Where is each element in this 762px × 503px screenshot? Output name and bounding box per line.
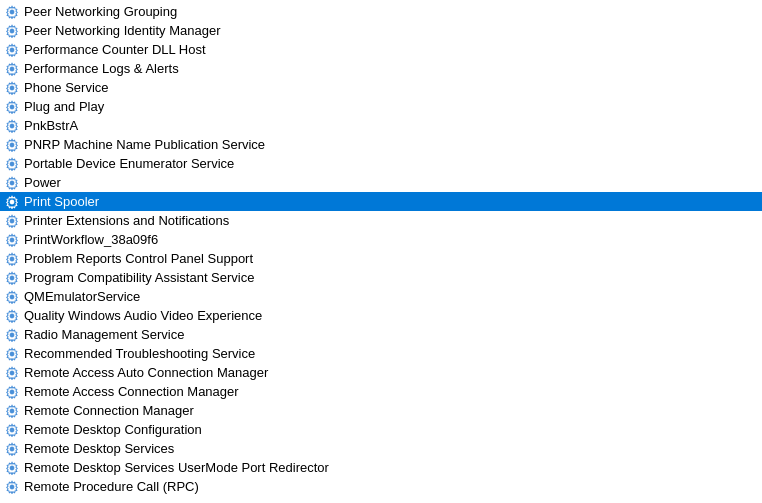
service-icon xyxy=(4,23,20,39)
list-item[interactable]: Plug and Play xyxy=(0,97,762,116)
list-item[interactable]: Performance Logs & Alerts xyxy=(0,59,762,78)
list-item[interactable]: Phone Service xyxy=(0,78,762,97)
svg-point-25 xyxy=(10,484,14,488)
service-label: Print Spooler xyxy=(24,194,99,209)
list-item[interactable]: Performance Counter DLL Host xyxy=(0,40,762,59)
list-item[interactable]: Quality Windows Audio Video Experience xyxy=(0,306,762,325)
svg-point-4 xyxy=(10,85,14,89)
svg-point-22 xyxy=(10,427,14,431)
svg-point-10 xyxy=(10,199,14,203)
service-icon xyxy=(4,137,20,153)
service-label: Remote Procedure Call (RPC) xyxy=(24,479,199,494)
service-label: Performance Logs & Alerts xyxy=(24,61,179,76)
service-icon xyxy=(4,194,20,210)
service-label: Printer Extensions and Notifications xyxy=(24,213,229,228)
services-list: Peer Networking Grouping Peer Networking… xyxy=(0,0,762,498)
list-item[interactable]: Remote Access Connection Manager xyxy=(0,382,762,401)
service-icon xyxy=(4,213,20,229)
service-label: Remote Access Connection Manager xyxy=(24,384,239,399)
list-item[interactable]: Problem Reports Control Panel Support xyxy=(0,249,762,268)
list-item[interactable]: Peer Networking Identity Manager xyxy=(0,21,762,40)
svg-point-21 xyxy=(10,408,14,412)
list-item[interactable]: PrintWorkflow_38a09f6 xyxy=(0,230,762,249)
service-icon xyxy=(4,42,20,58)
service-icon xyxy=(4,232,20,248)
list-item[interactable]: Printer Extensions and Notifications xyxy=(0,211,762,230)
service-label: Remote Access Auto Connection Manager xyxy=(24,365,268,380)
service-icon xyxy=(4,327,20,343)
svg-point-24 xyxy=(10,465,14,469)
service-icon xyxy=(4,384,20,400)
service-icon xyxy=(4,61,20,77)
service-icon xyxy=(4,156,20,172)
service-icon xyxy=(4,308,20,324)
svg-point-3 xyxy=(10,66,14,70)
service-icon xyxy=(4,99,20,115)
svg-point-14 xyxy=(10,275,14,279)
list-item[interactable]: Power xyxy=(0,173,762,192)
service-icon xyxy=(4,175,20,191)
service-label: Program Compatibility Assistant Service xyxy=(24,270,254,285)
svg-point-11 xyxy=(10,218,14,222)
svg-point-12 xyxy=(10,237,14,241)
service-icon xyxy=(4,118,20,134)
service-icon xyxy=(4,479,20,495)
service-label: Remote Desktop Services xyxy=(24,441,174,456)
svg-point-8 xyxy=(10,161,14,165)
list-item[interactable]: Program Compatibility Assistant Service xyxy=(0,268,762,287)
list-item[interactable]: PnkBstrA xyxy=(0,116,762,135)
service-label: Quality Windows Audio Video Experience xyxy=(24,308,262,323)
svg-point-7 xyxy=(10,142,14,146)
svg-point-5 xyxy=(10,104,14,108)
svg-point-1 xyxy=(10,28,14,32)
service-label: Peer Networking Grouping xyxy=(24,4,177,19)
list-item[interactable]: Remote Desktop Services xyxy=(0,439,762,458)
svg-point-18 xyxy=(10,351,14,355)
service-label: Power xyxy=(24,175,61,190)
svg-point-16 xyxy=(10,313,14,317)
list-item[interactable]: Remote Connection Manager xyxy=(0,401,762,420)
list-item[interactable]: Radio Management Service xyxy=(0,325,762,344)
svg-point-19 xyxy=(10,370,14,374)
service-icon xyxy=(4,403,20,419)
service-icon xyxy=(4,460,20,476)
list-item[interactable]: Remote Procedure Call (RPC) xyxy=(0,477,762,496)
list-item[interactable]: Remote Access Auto Connection Manager xyxy=(0,363,762,382)
svg-point-23 xyxy=(10,446,14,450)
service-icon xyxy=(4,346,20,362)
service-label: PNRP Machine Name Publication Service xyxy=(24,137,265,152)
svg-point-9 xyxy=(10,180,14,184)
list-item[interactable]: Peer Networking Grouping xyxy=(0,2,762,21)
service-icon xyxy=(4,422,20,438)
service-label: Remote Connection Manager xyxy=(24,403,194,418)
service-label: Recommended Troubleshooting Service xyxy=(24,346,255,361)
service-label: PnkBstrA xyxy=(24,118,78,133)
svg-point-6 xyxy=(10,123,14,127)
list-item[interactable]: Remote Desktop Services UserMode Port Re… xyxy=(0,458,762,477)
svg-point-0 xyxy=(10,9,14,13)
service-icon xyxy=(4,251,20,267)
svg-point-2 xyxy=(10,47,14,51)
service-label: Phone Service xyxy=(24,80,109,95)
list-item[interactable]: Remote Desktop Configuration xyxy=(0,420,762,439)
service-label: Remote Desktop Services UserMode Port Re… xyxy=(24,460,329,475)
service-icon xyxy=(4,289,20,305)
list-item[interactable]: Print Spooler xyxy=(0,192,762,211)
svg-point-17 xyxy=(10,332,14,336)
service-label: Peer Networking Identity Manager xyxy=(24,23,221,38)
service-icon xyxy=(4,4,20,20)
service-label: PrintWorkflow_38a09f6 xyxy=(24,232,158,247)
svg-point-13 xyxy=(10,256,14,260)
service-icon xyxy=(4,80,20,96)
service-label: Radio Management Service xyxy=(24,327,184,342)
service-label: Plug and Play xyxy=(24,99,104,114)
service-label: Remote Desktop Configuration xyxy=(24,422,202,437)
list-item[interactable]: Recommended Troubleshooting Service xyxy=(0,344,762,363)
list-item[interactable]: QMEmulatorService xyxy=(0,287,762,306)
list-item[interactable]: PNRP Machine Name Publication Service xyxy=(0,135,762,154)
list-item[interactable]: Portable Device Enumerator Service xyxy=(0,154,762,173)
service-label: Performance Counter DLL Host xyxy=(24,42,206,57)
service-icon xyxy=(4,365,20,381)
service-label: Portable Device Enumerator Service xyxy=(24,156,234,171)
service-label: QMEmulatorService xyxy=(24,289,140,304)
